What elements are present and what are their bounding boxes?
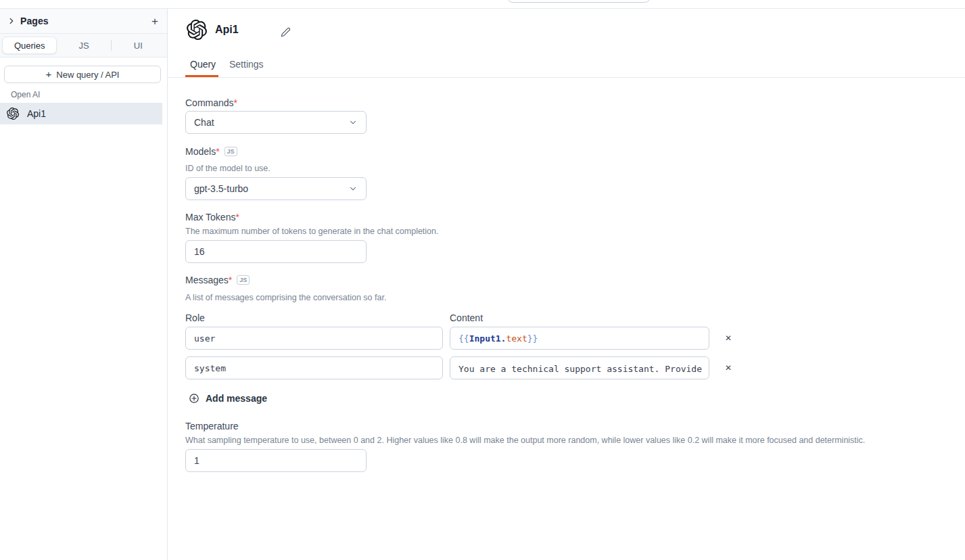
query-title: Api1	[215, 24, 239, 36]
models-label: Models*JS	[185, 146, 237, 157]
commands-select[interactable]: Chat	[185, 111, 367, 134]
sidebar-item-api1[interactable]: Api1	[0, 103, 162, 124]
message-role-input[interactable]	[185, 327, 443, 350]
temperature-input[interactable]	[185, 449, 367, 472]
chevron-right-icon[interactable]	[7, 16, 16, 26]
temperature-description: What sampling temperature to use, betwee…	[185, 436, 865, 445]
tabs-divider	[168, 77, 965, 78]
content-line2-clipped: clear and detailed solutions to user que…	[458, 376, 701, 379]
binding-open-braces: {{	[458, 333, 469, 344]
openai-icon	[7, 108, 19, 120]
tab-js[interactable]: JS	[57, 37, 110, 54]
commands-select-value: Chat	[194, 117, 214, 128]
query-group-label: Open AI	[11, 90, 40, 99]
tab-ui[interactable]: UI	[112, 37, 165, 54]
js-badge[interactable]: JS	[225, 147, 237, 156]
add-message-label: Add message	[206, 393, 267, 404]
messages-label: Messages*JS	[185, 275, 250, 285]
max-tokens-label-text: Max Tokens	[185, 212, 235, 223]
tab-queries-label: Queries	[14, 41, 45, 51]
remove-message-button[interactable]: ✕	[719, 327, 738, 350]
add-message-button[interactable]: Add message	[189, 391, 267, 406]
binding-object: Input1.	[469, 333, 507, 344]
new-query-button[interactable]: + New query / API	[4, 66, 161, 83]
tab-settings[interactable]: Settings	[229, 59, 264, 70]
tab-query[interactable]: Query	[190, 59, 216, 70]
messages-label-text: Messages	[185, 275, 229, 285]
chevron-down-icon	[348, 184, 358, 193]
plus-circle-icon	[189, 393, 199, 404]
js-badge[interactable]: JS	[237, 275, 250, 285]
models-select[interactable]: gpt-3.5-turbo	[185, 177, 367, 200]
tab-js-label: JS	[78, 41, 89, 51]
tab-queries[interactable]: Queries	[2, 37, 57, 54]
messages-description: A list of messages comprising the conver…	[185, 293, 386, 302]
binding-property: text	[506, 333, 527, 344]
required-asterisk: *	[229, 275, 232, 285]
plus-icon: +	[46, 68, 52, 80]
sidebar-tabs: Queries JS UI	[0, 34, 167, 57]
chevron-down-icon	[348, 118, 358, 127]
remove-message-button[interactable]: ✕	[719, 356, 738, 379]
models-select-value: gpt-3.5-turbo	[194, 183, 248, 194]
required-asterisk: *	[235, 212, 239, 223]
commands-label-text: Commands	[185, 97, 234, 108]
content-column-header: Content	[450, 312, 483, 323]
openai-logo-icon	[187, 20, 207, 40]
max-tokens-description: The maximum number of tokens to generate…	[185, 227, 439, 236]
message-content-input[interactable]: {{Input1.text}}	[450, 327, 709, 350]
models-description: ID of the model to use.	[185, 164, 270, 173]
sidebar: Pages + Queries JS UI + New query / API …	[0, 9, 168, 560]
models-label-text: Models	[185, 146, 216, 157]
message-role-input[interactable]	[185, 356, 443, 379]
max-tokens-label: Max Tokens*	[185, 212, 239, 223]
message-content-input[interactable]: You are a technical support assistant. P…	[450, 356, 709, 379]
add-page-button[interactable]: +	[149, 16, 160, 27]
edit-name-pencil-icon[interactable]	[281, 27, 291, 37]
content-line1: You are a technical support assistant. P…	[458, 362, 701, 376]
required-asterisk: *	[234, 97, 237, 108]
max-tokens-input[interactable]	[185, 240, 367, 263]
commands-label: Commands*	[185, 97, 237, 108]
pages-title: Pages	[20, 16, 49, 26]
sidebar-item-api1-label: Api1	[27, 108, 46, 119]
role-column-header: Role	[185, 312, 205, 323]
required-asterisk: *	[216, 146, 219, 157]
top-strip	[0, 0, 965, 9]
cutoff-toolbar-box[interactable]	[507, 0, 651, 3]
temperature-label: Temperature	[185, 421, 239, 431]
tab-ui-label: UI	[134, 41, 143, 51]
query-editor: Api1 Query Settings Commands* Chat Model…	[168, 9, 965, 560]
pages-header[interactable]: Pages +	[0, 9, 167, 34]
binding-close-braces: }}	[527, 333, 538, 344]
new-query-label: New query / API	[56, 70, 119, 80]
